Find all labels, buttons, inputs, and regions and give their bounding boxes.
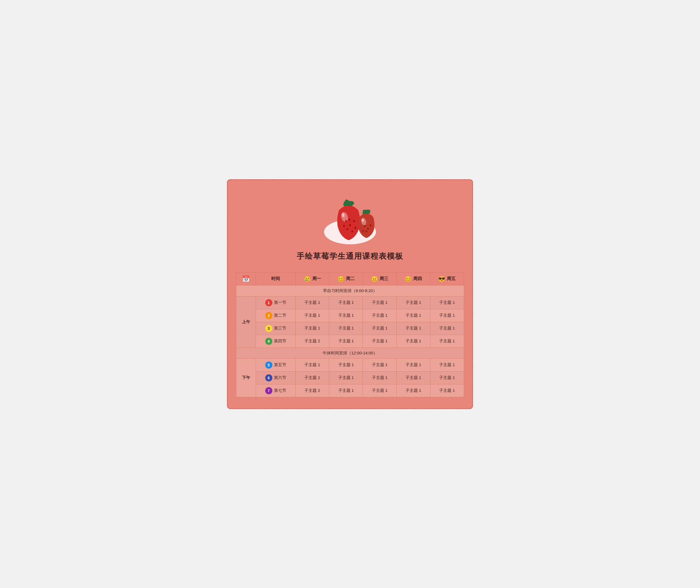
period-6-row: 6 第六节 子主题 1 子主题 1 子主题 1 子主题 1 子主题 1	[236, 371, 464, 384]
wednesday-emoji: 😐	[371, 276, 378, 282]
period-2-wed: 子主题 1	[363, 309, 397, 322]
period-5-text: 第五节	[274, 362, 286, 367]
svg-point-24	[363, 230, 364, 232]
period-1-text: 第一节	[274, 300, 286, 305]
period-4-wed: 子主题 1	[363, 335, 397, 348]
period-2-tue: 子主题 1	[329, 309, 363, 322]
svg-point-21	[368, 228, 369, 230]
svg-point-10	[346, 228, 348, 230]
svg-point-8	[349, 224, 351, 226]
header-thursday: 😊 周四	[397, 272, 430, 285]
period-3-label: 3 第三节	[256, 322, 295, 335]
period-6-label: 6 第六节	[256, 371, 295, 384]
calendar-icon: 📅	[242, 275, 250, 282]
period-1-thu: 子主题 1	[397, 296, 430, 309]
period-2-mon: 子主题 1	[295, 309, 329, 322]
period-7-label: 7 第七节	[256, 384, 295, 397]
period-5-row: 下午 5 第五节 子主题 1 子主题 1 子主题 1 子主题 1 子主题 1	[236, 358, 464, 371]
period-2-fri: 子主题 1	[430, 309, 464, 322]
period-2-text: 第二节	[274, 313, 286, 318]
period-6-thu: 子主题 1	[397, 371, 430, 384]
header-tuesday: 😊 周二	[329, 272, 363, 285]
period-1-row: 上午 1 第一节 子主题 1 子主题 1 子主题 1 子主题 1 子主题 1	[236, 296, 464, 309]
svg-point-22	[370, 224, 371, 226]
svg-point-13	[355, 227, 356, 229]
svg-point-20	[364, 225, 366, 227]
period-3-thu: 子主题 1	[397, 322, 430, 335]
period-7-thu: 子主题 1	[397, 384, 430, 397]
period-3-mon: 子主题 1	[295, 322, 329, 335]
period-3-row: 3 第三节 子主题 1 子主题 1 子主题 1 子主题 1 子主题 1	[236, 322, 464, 335]
period-4-number: 4	[265, 338, 272, 345]
period-6-fri: 子主题 1	[430, 371, 464, 384]
tuesday-emoji: 😊	[337, 276, 344, 282]
period-4-label: 4 第四节	[256, 335, 295, 348]
period-3-fri: 子主题 1	[430, 322, 464, 335]
period-4-thu: 子主题 1	[397, 335, 430, 348]
period-4-text: 第四节	[274, 339, 286, 344]
header-wednesday: 😐 周三	[363, 272, 397, 285]
morning-section-label: 上午	[236, 296, 256, 348]
period-2-thu: 子主题 1	[397, 309, 430, 322]
svg-point-23	[366, 230, 367, 232]
period-5-number: 5	[265, 361, 272, 369]
period-7-mon: 子主题 2	[295, 384, 329, 397]
period-2-row: 2 第二节 子主题 1 子主题 1 子主题 1 子主题 1 子主题 1	[236, 309, 464, 322]
afternoon-break-row: 午休时间安排（12:00-14:00）	[236, 348, 464, 358]
period-7-row: 7 第七节 子主题 2 子主题 1 子主题 1 子主题 1 子主题 1	[236, 384, 464, 397]
period-6-tue: 子主题 1	[329, 371, 363, 384]
header-row: 📅 时间 😢 周一 😊 周二 😐	[236, 272, 464, 285]
page-container: 手绘草莓学生通用课程表模板 📅 时间 😢 周一 😊 周二	[227, 179, 473, 409]
friday-emoji: 😎	[438, 276, 445, 282]
period-4-mon: 子主题 2	[295, 335, 329, 348]
header-friday: 😎 周五	[430, 272, 464, 285]
period-1-tue: 子主题 1	[329, 296, 363, 309]
period-7-fri: 子主题 1	[430, 384, 464, 397]
header-time: 时间	[256, 272, 295, 285]
afternoon-section-label: 下午	[236, 358, 256, 397]
header-monday: 😢 周一	[295, 272, 329, 285]
period-4-row: 4 第四节 子主题 2 子主题 1 子主题 1 子主题 1 子主题 1	[236, 335, 464, 348]
period-4-tue: 子主题 1	[329, 335, 363, 348]
svg-point-12	[343, 225, 345, 227]
period-3-number: 3	[265, 325, 272, 332]
period-1-mon: 子主题 1	[295, 296, 329, 309]
period-3-text: 第三节	[274, 326, 286, 331]
period-5-label: 5 第五节	[256, 358, 295, 371]
schedule-table: 📅 时间 😢 周一 😊 周二 😐	[236, 272, 464, 397]
period-5-mon: 子主题 1	[295, 358, 329, 371]
period-3-tue: 子主题 1	[329, 322, 363, 335]
period-2-label: 2 第二节	[256, 309, 295, 322]
period-7-text: 第七节	[274, 388, 286, 393]
period-6-text: 第六节	[274, 375, 286, 380]
period-5-wed: 子主题 1	[363, 358, 397, 371]
period-5-thu: 子主题 1	[397, 358, 430, 371]
svg-point-11	[352, 230, 353, 233]
svg-point-14	[348, 219, 350, 221]
period-5-fri: 子主题 1	[430, 358, 464, 371]
thursday-emoji: 😊	[405, 276, 412, 282]
period-7-wed: 子主题 1	[363, 384, 397, 397]
period-6-mon: 子主题 1	[295, 371, 329, 384]
period-7-tue: 子主题 1	[329, 384, 363, 397]
afternoon-break-label: 午休时间安排（12:00-14:00）	[236, 348, 464, 358]
period-5-tue: 子主题 1	[329, 358, 363, 371]
header-icon: 📅	[236, 272, 256, 285]
morning-break-label: 早自习时间安排（8:00-8:20）	[236, 285, 464, 296]
page-title: 手绘草莓学生通用课程表模板	[297, 251, 403, 261]
period-2-number: 2	[265, 312, 272, 319]
period-1-wed: 子主题 1	[363, 296, 397, 309]
period-6-number: 6	[265, 374, 272, 381]
period-6-wed: 子主题 1	[363, 371, 397, 384]
period-1-number: 1	[265, 299, 272, 306]
monday-emoji: 😢	[304, 276, 310, 282]
period-7-number: 7	[265, 387, 272, 394]
period-4-fri: 子主题 1	[430, 335, 464, 348]
period-3-wed: 子主题 1	[363, 322, 397, 335]
morning-break-row: 早自习时间安排（8:00-8:20）	[236, 285, 464, 296]
strawberry-illustration	[320, 188, 380, 248]
header-section: 手绘草莓学生通用课程表模板	[236, 188, 464, 267]
period-1-fri: 子主题 1	[430, 296, 464, 309]
period-1-label: 1 第一节	[256, 296, 295, 309]
